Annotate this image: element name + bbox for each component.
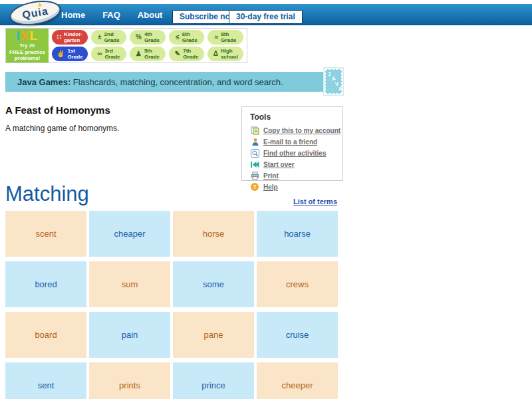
pill-2nd-grade[interactable]: ± 2ndGrade xyxy=(91,30,127,45)
tool-find[interactable]: Find other activities xyxy=(250,148,338,158)
email-person-icon xyxy=(250,138,259,146)
card-prince[interactable]: prince xyxy=(173,362,254,399)
card-sent[interactable]: sent xyxy=(5,362,86,399)
ixl-ad-banner[interactable]: IXL Try 20 FREE practice problems! ∷ Kin… xyxy=(5,28,247,63)
help-link[interactable]: Help xyxy=(263,184,278,191)
print-link[interactable]: Print xyxy=(263,172,279,180)
banner-title: Java Games: xyxy=(17,77,70,87)
card-pain[interactable]: pain xyxy=(89,312,170,358)
copy-icon xyxy=(250,126,259,135)
email-link[interactable]: E-mail to a friend xyxy=(263,138,317,146)
card-hoarse[interactable]: hoarse xyxy=(257,211,338,257)
dots-icon: ∷ xyxy=(57,34,61,41)
card-pane[interactable]: pane xyxy=(173,312,254,358)
copy-link[interactable]: Copy this to my account xyxy=(263,127,340,134)
less-equal-icon: ≤ xyxy=(176,34,180,41)
pill-kindergarten[interactable]: ∷ Kinder-garten xyxy=(52,30,88,45)
banner-description: Flashcards, matching, concentration, and… xyxy=(70,77,283,87)
java-stamp-icon: J A V A xyxy=(323,67,344,96)
grade-pill-row: ✌ 1stGrade ∞ 3rdGrade ♟ 5thGrade ✎ 7thGr… xyxy=(52,47,243,61)
tool-print[interactable]: Print xyxy=(250,171,338,180)
ad-tagline: Try 20 FREE practice problems! xyxy=(6,43,49,62)
nav-about[interactable]: About xyxy=(138,10,163,20)
star-icon: ★ xyxy=(37,1,43,9)
quia-logo[interactable]: ★ Quia xyxy=(8,0,63,29)
card-board[interactable]: board xyxy=(5,312,86,358)
grade-pill-row: ∷ Kinder-garten ± 2ndGrade % 4thGrade ≤ … xyxy=(52,30,243,45)
pencil-icon: ✎ xyxy=(175,51,180,57)
ixl-logo-block[interactable]: IXL Try 20 FREE practice problems! xyxy=(6,29,49,63)
pill-8th-grade[interactable]: ≈ 8thGrade xyxy=(207,30,243,45)
tools-panel: Tools Copy this to my account E-mail to … xyxy=(241,106,343,181)
tool-copy[interactable]: Copy this to my account xyxy=(250,126,338,135)
help-icon: ? xyxy=(250,183,259,192)
plus-minus-icon: ± xyxy=(98,34,102,41)
grade-pills: ∷ Kinder-garten ± 2ndGrade % 4thGrade ≤ … xyxy=(49,29,247,63)
card-horse[interactable]: horse xyxy=(173,211,254,257)
tool-help[interactable]: ? Help xyxy=(250,182,338,192)
card-cheeper[interactable]: cheeper xyxy=(257,362,338,399)
free-trial-button[interactable]: 30-day free trial xyxy=(229,10,303,24)
pill-7th-grade[interactable]: ✎ 7thGrade xyxy=(169,47,205,61)
pill-1st-grade[interactable]: ✌ 1stGrade xyxy=(52,47,88,61)
approx-icon: ≈ xyxy=(215,34,219,41)
ixl-logo: IXL xyxy=(6,29,49,43)
tool-email[interactable]: E-mail to a friend xyxy=(250,137,338,146)
activity-description: A matching game of homonyms. xyxy=(5,124,119,133)
tools-heading: Tools xyxy=(250,112,338,122)
card-sum[interactable]: sum xyxy=(89,261,170,307)
card-some[interactable]: some xyxy=(173,261,254,307)
card-cruise[interactable]: cruise xyxy=(257,312,338,358)
pill-4th-grade[interactable]: % 4thGrade xyxy=(130,30,166,45)
pill-6th-grade[interactable]: ≤ 6thGrade xyxy=(169,30,205,45)
pill-high-school[interactable]: Δ Highschool xyxy=(207,47,243,61)
apple-icon: ♟ xyxy=(136,51,142,57)
matching-grid: scent cheaper horse hoarse bored sum som… xyxy=(5,211,338,399)
card-prints[interactable]: prints xyxy=(89,362,170,399)
card-bored[interactable]: bored xyxy=(5,261,86,307)
pill-3rd-grade[interactable]: ∞ 3rdGrade xyxy=(91,47,127,61)
quia-logo-text: Quia xyxy=(21,5,49,21)
activity-title: A Feast of Homonyms xyxy=(5,104,110,116)
nav-faq[interactable]: FAQ xyxy=(102,10,120,20)
percent-icon: % xyxy=(136,34,142,41)
card-scent[interactable]: scent xyxy=(5,211,86,257)
nav-home[interactable]: Home xyxy=(61,10,85,20)
list-of-terms-link[interactable]: List of terms xyxy=(5,198,337,205)
printer-icon xyxy=(250,172,259,180)
card-crews[interactable]: crews xyxy=(257,261,338,307)
start-over-link[interactable]: Start over xyxy=(263,161,295,168)
java-games-banner: Java Games: Flashcards, matching, concen… xyxy=(5,72,326,92)
delta-icon: Δ xyxy=(213,51,218,57)
pill-5th-grade[interactable]: ♟ 5thGrade xyxy=(130,47,166,61)
rewind-icon xyxy=(250,160,259,169)
top-navigation-bar: Home FAQ About Log in Subscribe now 30-d… xyxy=(0,4,532,25)
tool-start-over[interactable]: Start over xyxy=(250,160,338,169)
search-icon xyxy=(250,149,259,158)
hand-icon: ✌ xyxy=(57,51,65,57)
find-activities-link[interactable]: Find other activities xyxy=(263,150,326,157)
infinity-icon: ∞ xyxy=(97,51,102,57)
card-cheaper[interactable]: cheaper xyxy=(89,211,170,257)
